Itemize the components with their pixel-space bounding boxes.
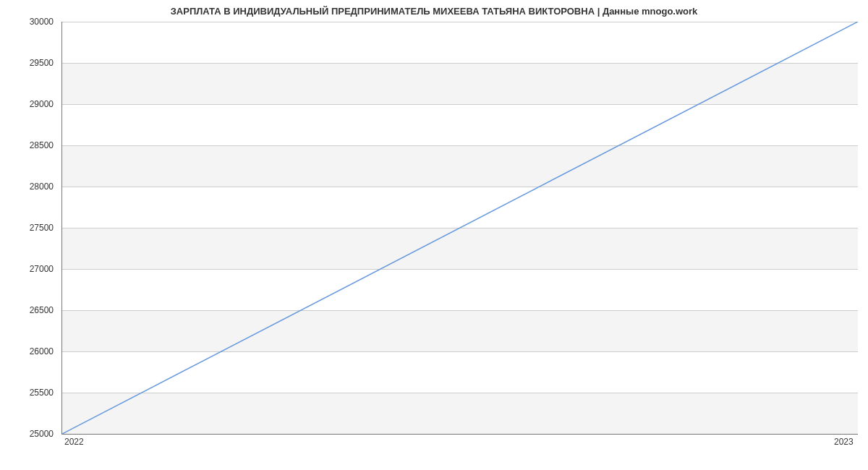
x-tick-label: 2023 — [834, 437, 854, 447]
y-tick-label: 30000 — [0, 17, 54, 27]
y-tick-label: 25000 — [0, 429, 54, 439]
y-tick-label: 26500 — [0, 305, 54, 315]
x-tick-label: 2022 — [64, 437, 84, 447]
y-tick-label: 29500 — [0, 58, 54, 68]
y-tick-label: 28000 — [0, 181, 54, 192]
y-tick-label: 26000 — [0, 346, 54, 356]
series-line — [62, 22, 858, 434]
y-tick-label: 27500 — [0, 223, 54, 233]
gridline — [62, 434, 858, 435]
y-tick-label: 29000 — [0, 99, 54, 109]
line-series — [62, 22, 858, 434]
y-tick-label: 28500 — [0, 140, 54, 150]
plot-area — [61, 22, 858, 435]
chart-title: ЗАРПЛАТА В ИНДИВИДУАЛЬНЫЙ ПРЕДПРИНИМАТЕЛ… — [0, 6, 868, 17]
chart-container: ЗАРПЛАТА В ИНДИВИДУАЛЬНЫЙ ПРЕДПРИНИМАТЕЛ… — [0, 0, 868, 470]
y-tick-label: 25500 — [0, 388, 54, 398]
y-tick-label: 27000 — [0, 264, 54, 274]
